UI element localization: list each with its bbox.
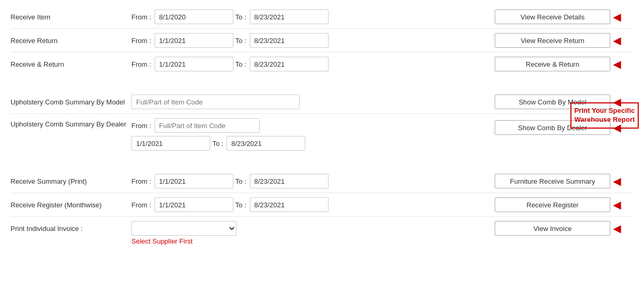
receive-return-arrow: ◀ [613, 34, 621, 47]
receive-register-arrow: ◀ [613, 198, 621, 211]
receive-and-return-to-label: To : [236, 60, 247, 68]
receive-register-to-input[interactable] [250, 197, 329, 212]
receive-summary-to-input[interactable] [250, 174, 329, 188]
receive-return-to-input[interactable] [250, 33, 329, 48]
print-invoice-arrow: ◀ [613, 222, 621, 235]
print-invoice-controls [131, 221, 495, 236]
supplier-select[interactable] [131, 221, 237, 236]
receive-return-from-label: From : [131, 37, 151, 45]
receive-item-controls: From : To : [131, 9, 495, 24]
upholstery-dealer-row: Upholstery Comb Summary By Dealer From :… [11, 114, 633, 155]
receive-and-return-btn-section: Receive & Return ◀ [495, 57, 621, 71]
receive-return-row: Receive Return From : To : View Receive … [11, 29, 633, 52]
upholstery-model-row: Upholstery Comb Summary By Model Show Co… [11, 90, 633, 114]
print-section: Receive Summary (Print) From : To : Furn… [11, 170, 633, 249]
print-invoice-main-line: Print Individual Invoice : View Invoice … [11, 221, 633, 236]
receive-summary-row: Receive Summary (Print) From : To : Furn… [11, 170, 633, 193]
upholstery-model-label: Upholstery Comb Summary By Model [11, 98, 131, 106]
receive-register-btn-section: Receive Register ◀ [495, 197, 621, 212]
receive-item-from-label: From : [131, 13, 151, 21]
receive-summary-from-label: From : [131, 177, 151, 185]
receive-summary-btn-section: Furniture Receive Summary ◀ [495, 174, 621, 188]
receive-summary-to-label: To : [236, 177, 247, 185]
upholstery-model-code-input[interactable] [131, 94, 300, 109]
receive-summary-arrow: ◀ [613, 175, 621, 187]
view-invoice-button[interactable]: View Invoice [495, 221, 610, 236]
gap1 [11, 81, 633, 90]
receive-and-return-label: Receive & Return [11, 60, 131, 68]
receive-return-btn-section: View Receive Return ◀ [495, 33, 621, 48]
view-receive-return-button[interactable]: View Receive Return [495, 33, 610, 48]
upholstery-dealer-from-input[interactable] [131, 136, 210, 151]
receive-summary-from-input[interactable] [155, 174, 233, 188]
receive-summary-label: Receive Summary (Print) [11, 177, 131, 185]
receive-item-btn-section: View Receive Details ◀ [495, 9, 621, 24]
receive-register-label: Receive Register (Monthwise) [11, 201, 131, 209]
receive-return-to-label: To : [236, 37, 247, 45]
upholstery-dealer-from-label: From : [131, 122, 151, 130]
receive-and-return-from-input[interactable] [155, 57, 233, 71]
receive-return-from-input[interactable] [155, 33, 233, 48]
receive-register-from-label: From : [131, 201, 151, 209]
upholstery-dealer-to-label: To : [212, 140, 223, 148]
receive-register-row: Receive Register (Monthwise) From : To :… [11, 193, 633, 217]
upholstery-section: Upholstery Comb Summary By Model Show Co… [11, 90, 633, 155]
upholstery-dealer-code-input[interactable] [155, 118, 260, 133]
select-supplier-hint: Select Supplier First [131, 237, 192, 245]
receive-and-return-from-label: From : [131, 60, 151, 68]
receive-summary-controls: From : To : [131, 174, 495, 188]
upholstery-dealer-controls: From : To : [131, 118, 495, 151]
upholstery-model-controls [131, 94, 495, 109]
print-warehouse-report-label: Print Your Specific Warehouse Report [570, 102, 639, 129]
furniture-receive-summary-button[interactable]: Furniture Receive Summary [495, 174, 610, 188]
main-container: Receive Item From : To : View Receive De… [0, 0, 644, 295]
receive-and-return-button[interactable]: Receive & Return [495, 57, 610, 71]
view-receive-details-button[interactable]: View Receive Details [495, 9, 610, 24]
receive-register-from-input[interactable] [155, 197, 233, 212]
receive-register-button[interactable]: Receive Register [495, 197, 610, 212]
receive-return-controls: From : To : [131, 33, 495, 48]
receive-and-return-controls: From : To : [131, 57, 495, 71]
print-invoice-btn-section: View Invoice ◀ [495, 221, 621, 236]
receive-and-return-arrow: ◀ [613, 58, 621, 70]
receive-and-return-row: Receive & Return From : To : Receive & R… [11, 52, 633, 76]
upholstery-dealer-label: Upholstery Comb Summary By Dealer [11, 118, 131, 128]
receive-item-to-label: To : [236, 13, 247, 21]
receive-item-from-input[interactable] [155, 9, 233, 24]
receive-return-label: Receive Return [11, 37, 131, 45]
receive-item-row: Receive Item From : To : View Receive De… [11, 5, 633, 29]
print-invoice-label: Print Individual Invoice : [11, 225, 131, 233]
gap2 [11, 160, 633, 170]
receive-item-arrow: ◀ [613, 10, 621, 23]
receive-item-label: Receive Item [11, 13, 131, 21]
receive-section: Receive Item From : To : View Receive De… [11, 5, 633, 76]
print-invoice-row: Print Individual Invoice : View Invoice … [11, 217, 633, 249]
receive-and-return-to-input[interactable] [250, 57, 329, 71]
receive-register-controls: From : To : [131, 197, 495, 212]
upholstery-dealer-to-input[interactable] [227, 136, 305, 151]
receive-item-to-input[interactable] [250, 9, 329, 24]
receive-register-to-label: To : [236, 201, 247, 209]
